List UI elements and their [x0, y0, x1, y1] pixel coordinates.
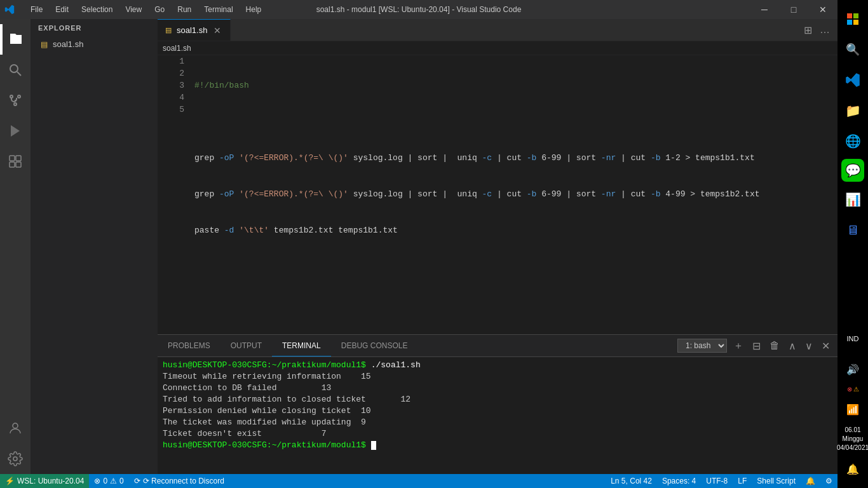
- activity-settings[interactable]: [0, 444, 31, 474]
- taskbar-notifications[interactable]: 🔔: [840, 456, 865, 482]
- close-button[interactable]: ✕: [808, 0, 837, 19]
- error-count: 0: [103, 477, 107, 485]
- terminal-final-prompt-line: husin@DESKTOP-030CSFG:~/praktikum/modul1…: [163, 440, 832, 451]
- terminal-cursor: [371, 441, 376, 450]
- menu-go[interactable]: Go: [148, 3, 171, 17]
- code-content[interactable]: #!/bin/bash grep -oP '(?<=ERROR).*(?=\ \…: [189, 55, 837, 334]
- breadcrumb-file[interactable]: soal1.sh: [163, 44, 191, 53]
- title-bar: File Edit Selection View Go Run Terminal…: [0, 0, 837, 19]
- terminal-tabs: PROBLEMS OUTPUT TERMINAL DEBUG CONSOLE 1…: [158, 335, 837, 357]
- title-bar-left: File Edit Selection View Go Run Terminal…: [0, 0, 268, 19]
- terminal-output-line-3: Tried to add information to closed ticke…: [163, 394, 832, 405]
- sidebar-filename: soal1.sh: [53, 39, 83, 49]
- terminal-shell-select[interactable]: 1: bash: [677, 339, 727, 353]
- terminal-prompt: husin@DESKTOP-030CSFG:~/praktikum/modul1…: [163, 360, 366, 370]
- maximize-button[interactable]: □: [779, 0, 808, 19]
- sidebar-header: EXPLORER: [31, 19, 158, 37]
- activity-account[interactable]: [0, 413, 31, 444]
- window-title: soal1.sh - modul1 [WSL: Ubuntu-20.04] - …: [316, 5, 522, 14]
- tab-problems[interactable]: PROBLEMS: [158, 335, 220, 356]
- menu-help[interactable]: Help: [240, 3, 268, 17]
- terminal-close-button[interactable]: ✕: [819, 339, 832, 353]
- status-bar-left: ⚡ WSL: Ubuntu-20.04 ⊗ 0 ⚠ 0 ⟳ ⟳ Reconnec…: [0, 474, 229, 488]
- activity-run-debug[interactable]: [0, 116, 31, 146]
- menu-terminal[interactable]: Terminal: [198, 3, 239, 17]
- taskbar-error-icons: ⊗ ⚠: [847, 386, 859, 393]
- activity-explorer[interactable]: [0, 24, 31, 55]
- terminal-final-prompt: husin@DESKTOP-030CSFG:~/praktikum/modul1…: [163, 440, 366, 450]
- sidebar: EXPLORER ▤ soal1.sh: [31, 19, 158, 474]
- breadcrumb: soal1.sh: [158, 41, 837, 55]
- split-editor-button[interactable]: ⊞: [801, 22, 815, 39]
- status-position[interactable]: Ln 5, Col 42: [606, 474, 657, 488]
- terminal-tab-actions: 1: bash ＋ ⊟ 🗑 ∧ ∨ ✕: [672, 335, 837, 356]
- tab-label: soal1.sh: [177, 25, 207, 35]
- taskbar-remote[interactable]: 🖥: [840, 217, 865, 243]
- taskbar-teams[interactable]: 📊: [840, 187, 865, 212]
- taskbar-search[interactable]: 🔍: [840, 37, 865, 62]
- code-editor[interactable]: 1 2 3 4 5 #!/bin/bash grep -oP '(?<=ERRO…: [158, 55, 837, 334]
- status-bar-right: Ln 5, Col 42 Spaces: 4 UTF-8 LF Shell Sc…: [606, 474, 837, 488]
- status-language[interactable]: Shell Script: [752, 474, 801, 488]
- status-encoding[interactable]: UTF-8: [701, 474, 733, 488]
- menu-bar: File Edit Selection View Go Run Terminal…: [24, 3, 268, 17]
- title-bar-controls: ─ □ ✕: [750, 0, 837, 19]
- tab-close-button[interactable]: ✕: [212, 24, 222, 37]
- svg-line-6: [17, 72, 21, 76]
- status-wsl[interactable]: ⚡ WSL: Ubuntu-20.04: [0, 474, 89, 488]
- windows-start[interactable]: [840, 6, 865, 32]
- status-errors[interactable]: ⊗ 0 ⚠ 0: [89, 474, 128, 488]
- tab-bar-actions: ⊞ …: [796, 19, 837, 41]
- taskbar-network[interactable]: 📶: [840, 396, 865, 422]
- sidebar-file-item[interactable]: ▤ soal1.sh: [31, 37, 158, 51]
- menu-run[interactable]: Run: [171, 3, 198, 17]
- tab-output[interactable]: OUTPUT: [220, 335, 272, 356]
- activity-extensions[interactable]: [0, 146, 31, 177]
- svg-rect-2: [847, 20, 852, 25]
- more-actions-button[interactable]: …: [817, 22, 832, 38]
- taskbar-explorer[interactable]: 📁: [840, 98, 865, 123]
- warning-count: 0: [119, 477, 124, 485]
- status-line-ending[interactable]: LF: [733, 474, 752, 488]
- menu-selection[interactable]: Selection: [75, 3, 119, 17]
- taskbar-lang[interactable]: IND: [840, 326, 865, 351]
- taskbar-edge[interactable]: 🌐: [840, 128, 865, 154]
- terminal-trash-button[interactable]: 🗑: [767, 339, 782, 353]
- taskbar-line[interactable]: 💬: [841, 159, 864, 182]
- file-icon: ▤: [41, 40, 48, 49]
- taskbar-bottom-area: IND 🔊 ⊗ ⚠ 📶 06.01 Minggu 04/04/2021 🔔: [837, 325, 868, 483]
- terminal-split-button[interactable]: ⊟: [750, 339, 763, 353]
- tab-soal1-sh[interactable]: ▤ soal1.sh ✕: [158, 19, 231, 41]
- svg-rect-13: [16, 156, 21, 161]
- activity-search[interactable]: [0, 55, 31, 85]
- terminal-output-line-1: Timeout while retrieving information 15: [163, 371, 832, 383]
- tab-terminal[interactable]: TERMINAL: [272, 335, 331, 356]
- tab-bar: ▤ soal1.sh ✕ ⊞ …: [158, 19, 837, 41]
- terminal-content[interactable]: husin@DESKTOP-030CSFG:~/praktikum/modul1…: [158, 357, 837, 474]
- status-reconnect[interactable]: ⟳ ⟳ Reconnect to Discord: [129, 474, 229, 488]
- minimize-button[interactable]: ─: [750, 0, 779, 19]
- tab-debug-console[interactable]: DEBUG CONSOLE: [331, 335, 418, 356]
- terminal-area: PROBLEMS OUTPUT TERMINAL DEBUG CONSOLE 1…: [158, 334, 837, 474]
- status-notifications[interactable]: 🔔: [801, 474, 820, 488]
- status-settings[interactable]: ⚙: [820, 474, 837, 488]
- svg-rect-12: [10, 156, 15, 161]
- tab-file-icon: ▤: [165, 26, 172, 34]
- status-spaces[interactable]: Spaces: 4: [657, 474, 701, 488]
- taskbar-sound[interactable]: 🔊: [840, 356, 865, 382]
- menu-file[interactable]: File: [24, 3, 49, 17]
- warning-icon: ⚠: [110, 477, 117, 485]
- activity-source-control[interactable]: [0, 85, 31, 116]
- svg-point-7: [10, 95, 13, 98]
- terminal-scroll-down-button[interactable]: ∨: [803, 339, 815, 353]
- terminal-scroll-up-button[interactable]: ∧: [786, 339, 799, 353]
- menu-edit[interactable]: Edit: [49, 3, 75, 17]
- taskbar-vscode[interactable]: [840, 67, 865, 93]
- line-numbers: 1 2 3 4 5: [158, 55, 189, 334]
- svg-point-8: [18, 95, 20, 98]
- menu-view[interactable]: View: [119, 3, 148, 17]
- terminal-output-line-5: The ticket was modified while updating 9: [163, 417, 832, 428]
- terminal-add-button[interactable]: ＋: [731, 338, 746, 354]
- svg-point-9: [14, 103, 17, 105]
- svg-rect-15: [16, 162, 21, 167]
